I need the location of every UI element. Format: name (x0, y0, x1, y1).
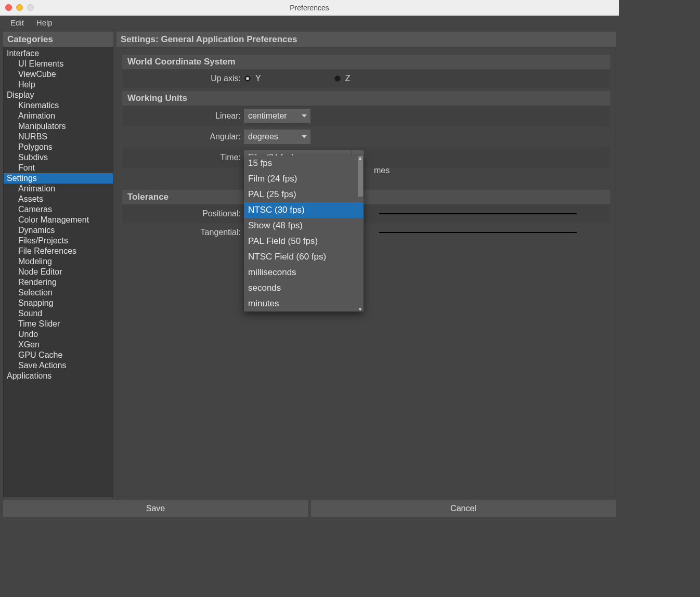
menu-help[interactable]: Help (30, 16, 59, 30)
row-tangential: Tangential: (122, 223, 610, 242)
radio-up-axis-z[interactable]: Z (334, 74, 351, 83)
tree-item-node-editor[interactable]: Node Editor (4, 267, 113, 277)
tree-item-ui-elements[interactable]: UI Elements (4, 59, 113, 69)
tree-item-viewcube[interactable]: ViewCube (4, 69, 113, 80)
footer-buttons: Save Cancel (0, 497, 619, 521)
tree-item-polygons[interactable]: Polygons (4, 142, 113, 152)
section-working-units: Working Units (122, 91, 610, 106)
time-option-ntsc-field-60-fps-[interactable]: NTSC Field (60 fps) (244, 249, 364, 265)
tree-item-selection[interactable]: Selection (4, 288, 113, 298)
time-option-film-24-fps-[interactable]: Film (24 fps) (244, 171, 364, 187)
time-option-minutes[interactable]: minutes (244, 296, 364, 312)
minimize-window-icon[interactable] (16, 4, 23, 11)
menu-edit[interactable]: Edit (4, 16, 30, 30)
label-up-axis: Up axis: (122, 74, 244, 83)
combo-angular[interactable]: degrees (244, 129, 310, 144)
tree-item-time-slider[interactable]: Time Slider (4, 319, 113, 329)
tree-item-dynamics[interactable]: Dynamics (4, 225, 113, 236)
categories-header: Categories (3, 32, 113, 47)
tree-item-subdivs[interactable]: Subdivs (4, 152, 113, 163)
time-option-milliseconds[interactable]: milliseconds (244, 265, 364, 280)
content-body: World Coordinate System Up axis: Y Z (116, 47, 616, 497)
tree-item-display[interactable]: Display (4, 90, 113, 100)
dropdown-scrollbar[interactable] (358, 156, 363, 197)
tree-item-settings[interactable]: Settings (4, 173, 113, 184)
tree-item-gpu-cache[interactable]: GPU Cache (4, 350, 113, 360)
window-title: Preferences (290, 4, 329, 12)
content-header: Settings: General Application Preference… (116, 32, 616, 47)
scroll-up-arrow-icon[interactable]: ▴ (357, 155, 362, 161)
tree-item-cameras[interactable]: Cameras (4, 204, 113, 215)
radio-label-z: Z (345, 74, 351, 83)
menubar: Edit Help (0, 16, 619, 30)
categories-sidebar: Categories InterfaceUI ElementsViewCubeH… (3, 32, 113, 497)
radio-label-y: Y (255, 74, 261, 83)
row-up-axis: Up axis: Y Z (122, 69, 610, 88)
tree-item-undo[interactable]: Undo (4, 329, 113, 340)
row-linear: Linear: centimeter (122, 106, 610, 126)
tree-item-manipulators[interactable]: Manipulators (4, 121, 113, 132)
tree-item-animation[interactable]: Animation (4, 184, 113, 194)
categories-tree[interactable]: InterfaceUI ElementsViewCubeHelpDisplayK… (3, 47, 113, 497)
tree-item-files-projects[interactable]: Files/Projects (4, 236, 113, 246)
chevron-down-icon (298, 109, 310, 123)
tree-item-interface[interactable]: Interface (4, 48, 113, 59)
section-world-coordinate: World Coordinate System (122, 55, 610, 69)
label-linear: Linear: (122, 111, 244, 121)
obscured-text-frames: mes (374, 166, 390, 175)
cancel-button[interactable]: Cancel (311, 500, 616, 517)
tree-item-assets[interactable]: Assets (4, 194, 113, 204)
tree-item-save-actions[interactable]: Save Actions (4, 360, 113, 371)
tree-item-snapping[interactable]: Snapping (4, 298, 113, 308)
radio-up-axis-y[interactable]: Y (244, 74, 261, 83)
time-option-ntsc-30-fps-[interactable]: NTSC (30 fps) (244, 202, 364, 218)
tree-item-file-references[interactable]: File References (4, 246, 113, 256)
tree-item-modeling[interactable]: Modeling (4, 256, 113, 267)
label-tangential: Tangential: (122, 228, 244, 237)
tree-item-help[interactable]: Help (4, 80, 113, 90)
tree-item-rendering[interactable]: Rendering (4, 277, 113, 288)
zoom-window-icon (27, 4, 34, 11)
combo-linear[interactable]: centimeter (244, 109, 310, 123)
tree-item-font[interactable]: Font (4, 163, 113, 173)
radio-icon (334, 75, 341, 82)
combo-linear-value: centimeter (244, 111, 296, 121)
label-positional: Positional: (122, 209, 244, 218)
row-hidden-behind-popup (122, 168, 610, 187)
tree-item-xgen[interactable]: XGen (4, 340, 113, 350)
radio-icon (244, 75, 251, 82)
tree-item-animation[interactable]: Animation (4, 111, 113, 121)
window-controls (5, 4, 34, 11)
tree-item-color-management[interactable]: Color Management (4, 215, 113, 225)
close-window-icon[interactable] (5, 4, 12, 11)
section-tolerance: Tolerance (122, 190, 610, 204)
tree-item-nurbs[interactable]: NURBS (4, 132, 113, 142)
time-dropdown-popup: 15 fpsFilm (24 fps)PAL (25 fps)NTSC (30 … (244, 155, 364, 312)
time-option-pal-25-fps-[interactable]: PAL (25 fps) (244, 187, 364, 202)
row-positional: Positional: (122, 204, 610, 223)
time-option-15-fps[interactable]: 15 fps (244, 155, 364, 171)
time-option-pal-field-50-fps-[interactable]: PAL Field (50 fps) (244, 233, 364, 249)
save-button[interactable]: Save (3, 500, 308, 517)
time-option-show-48-fps-[interactable]: Show (48 fps) (244, 218, 364, 233)
tree-item-sound[interactable]: Sound (4, 308, 113, 319)
slider-positional[interactable] (379, 213, 577, 214)
combo-angular-value: degrees (244, 132, 296, 141)
titlebar: Preferences (0, 0, 619, 16)
settings-content: Settings: General Application Preference… (116, 32, 616, 497)
time-option-seconds[interactable]: seconds (244, 280, 364, 296)
label-angular: Angular: (122, 132, 244, 141)
label-time: Time: (122, 153, 244, 162)
scroll-down-arrow-icon[interactable]: ▾ (357, 306, 362, 312)
row-time: Time: Film (24 fps) (122, 147, 610, 168)
tree-item-kinematics[interactable]: Kinematics (4, 100, 113, 111)
tree-item-applications[interactable]: Applications (4, 371, 113, 381)
row-angular: Angular: degrees (122, 126, 610, 147)
chevron-down-icon (298, 129, 310, 144)
slider-tangential[interactable] (379, 232, 577, 233)
time-dropdown-list[interactable]: 15 fpsFilm (24 fps)PAL (25 fps)NTSC (30 … (244, 155, 364, 312)
